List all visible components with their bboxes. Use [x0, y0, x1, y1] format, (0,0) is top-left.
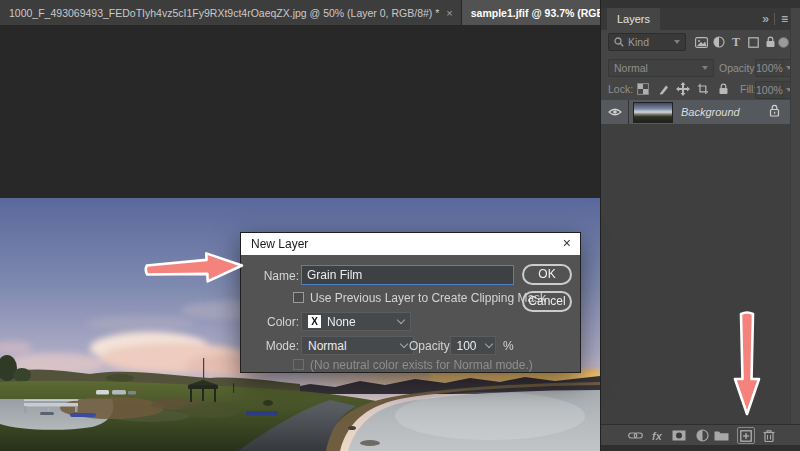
collapse-panels-icon[interactable]: »: [762, 12, 768, 26]
filter-smart-objects-icon[interactable]: [762, 34, 778, 50]
new-layer-dialog: New Layer × Name: OK Use Previous Layer …: [240, 232, 581, 373]
dock-rail: [790, 8, 800, 451]
layers-panel: Layers » ≡ Kind T: [600, 0, 800, 451]
chevron-down-icon: [702, 66, 708, 70]
dialog-opacity-input[interactable]: [450, 336, 483, 355]
photoshop-window: 1000_F_493069493_FEDoTIyh4vz5cI1Fy9RXt9c…: [0, 0, 800, 451]
annotation-arrow-to-name-field: [142, 248, 248, 287]
percent-label: %: [503, 339, 514, 353]
lock-label: Lock:: [608, 83, 633, 95]
dialog-title: New Layer: [251, 237, 308, 251]
chevron-down-icon: [674, 40, 680, 44]
color-label: Color:: [257, 315, 299, 329]
canvas-pasteboard: [0, 25, 600, 198]
search-icon: [614, 37, 624, 47]
dock-footer: [601, 445, 800, 451]
filter-adjustment-layers-icon[interactable]: [711, 34, 727, 50]
new-adjustment-layer-icon[interactable]: [694, 428, 710, 443]
clipping-mask-label: Use Previous Layer to Create Clipping Ma…: [310, 291, 546, 305]
lock-artboard-icon[interactable]: [695, 81, 711, 97]
lock-transparent-pixels-icon[interactable]: [635, 81, 651, 97]
filter-kind-select[interactable]: Kind: [608, 33, 686, 51]
panel-menu-icon[interactable]: ≡: [781, 12, 788, 26]
document-tab-inactive[interactable]: 1000_F_493069493_FEDoTIyh4vz5cI1Fy9RXt9c…: [0, 0, 462, 25]
opacity-value-box[interactable]: 100%: [755, 59, 783, 77]
lock-all-icon[interactable]: [715, 81, 731, 97]
divider: [774, 13, 775, 25]
annotation-arrow-to-new-layer-button: [732, 309, 762, 419]
chevron-down-icon: [400, 340, 408, 348]
layer-thumbnail[interactable]: [633, 102, 673, 123]
mode-select[interactable]: Normal: [301, 336, 414, 355]
filter-toggle[interactable]: [778, 37, 789, 48]
opacity-label: Opacity:: [719, 62, 758, 74]
close-icon[interactable]: ×: [446, 7, 452, 19]
layer-filter-row: Kind T: [601, 32, 800, 54]
neutral-color-note: (No neutral color exists for Normal mode…: [310, 358, 533, 372]
visibility-eye-icon[interactable]: [601, 100, 629, 124]
fill-label: Fill:: [740, 83, 756, 95]
delete-layer-trash-icon[interactable]: [761, 428, 777, 443]
lock-icon: [769, 103, 780, 121]
filter-pixel-layers-icon[interactable]: [693, 34, 709, 50]
clipping-mask-checkbox[interactable]: [293, 292, 304, 303]
tab-layers[interactable]: Layers: [607, 8, 660, 30]
chevron-down-icon: [484, 340, 492, 348]
document-tab-label: 1000_F_493069493_FEDoTIyh4vz5cI1Fy9RXt9c…: [9, 7, 439, 19]
blend-mode-select[interactable]: Normal: [608, 59, 714, 77]
close-icon[interactable]: ×: [563, 236, 571, 250]
lock-row: Lock: Fill: 100%: [601, 80, 800, 98]
fill-value-box[interactable]: 100%: [755, 81, 783, 99]
none-color-swatch-icon: X: [308, 315, 321, 328]
layers-list: Background: [601, 100, 800, 424]
lock-image-pixels-brush-icon[interactable]: [656, 81, 672, 97]
layers-bottom-bar: fx: [601, 424, 800, 445]
document-tabbar: 1000_F_493069493_FEDoTIyh4vz5cI1Fy9RXt9c…: [0, 0, 600, 25]
lock-position-move-icon[interactable]: [675, 81, 691, 97]
color-select[interactable]: X None: [301, 312, 411, 331]
chevron-down-icon: [397, 316, 405, 324]
opacity-dropdown-button[interactable]: [482, 336, 496, 355]
cancel-button[interactable]: Cancel: [522, 291, 572, 312]
layers-panel-header: Layers » ≡: [601, 8, 800, 30]
ok-button[interactable]: OK: [522, 264, 572, 285]
new-layer-button[interactable]: [737, 427, 755, 444]
neutral-color-checkbox: [293, 359, 304, 370]
layer-name: Background: [681, 106, 769, 118]
blend-mode-row: Normal Opacity: 100%: [601, 58, 800, 78]
layer-name-input[interactable]: [301, 265, 514, 285]
name-label: Name:: [257, 269, 299, 283]
new-group-folder-icon[interactable]: [713, 428, 729, 443]
layer-styles-fx-icon[interactable]: fx: [649, 428, 665, 443]
mode-label: Mode:: [257, 339, 299, 353]
filter-shape-layers-icon[interactable]: [745, 34, 761, 50]
add-layer-mask-icon[interactable]: [671, 428, 687, 443]
link-layers-icon[interactable]: [627, 428, 643, 443]
filter-type-layers-icon[interactable]: T: [728, 34, 744, 50]
dialog-titlebar[interactable]: New Layer ×: [241, 233, 580, 255]
dock-top-strip: [601, 0, 800, 8]
layer-row-background[interactable]: Background: [601, 100, 790, 124]
dialog-opacity-label: Opacity:: [409, 339, 453, 353]
